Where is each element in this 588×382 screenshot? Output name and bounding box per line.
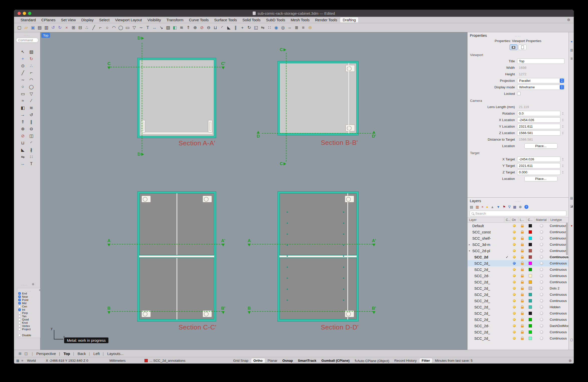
print-icon[interactable]: ▥ [43,24,50,31]
layer-row[interactable]: SCC_2d_ Continuous [468,266,568,273]
cplane-selector[interactable]: World [27,359,36,362]
layer-row[interactable]: SCC_2d_ Hidden [468,304,568,310]
layer-row[interactable]: SCC_2d- DashDotMoc [468,323,568,329]
status-toggle[interactable]: Planar [265,358,280,363]
mirror-icon[interactable]: ⇋ [259,24,266,31]
status-toggle[interactable]: Ortho [251,358,265,363]
menu-item[interactable]: Viewport Layout [112,17,144,23]
section-marker[interactable]: C [107,61,110,69]
layer-row[interactable]: SCC_const Continuous [468,229,568,235]
layer-color-swatch[interactable] [526,299,534,302]
layer-linetype[interactable]: Continuous [549,268,568,271]
place-camera-button[interactable]: Place... [524,143,557,149]
layer-lock-toggle[interactable] [518,287,526,290]
join-icon[interactable]: ⊔ [212,24,219,31]
options-icon[interactable]: ⊛ [307,24,313,31]
osnap-checkbox[interactable] [18,308,21,311]
section-line-aa[interactable] [112,244,223,244]
osnap-checkbox[interactable] [18,315,21,317]
layer-lock-toggle[interactable] [518,318,526,321]
layer-lock-toggle[interactable] [518,331,526,334]
layer-material[interactable] [534,312,549,315]
material-tab-icon[interactable]: ◪ [569,204,574,208]
points-on-icon[interactable]: ∴ [28,62,35,69]
layer-on-toggle[interactable] [510,331,518,333]
leader-icon[interactable]: ↘ [158,24,165,31]
layer-on-toggle[interactable] [510,337,518,340]
display-tab-icon[interactable]: ▥ [569,48,574,52]
layer-color-swatch[interactable] [526,268,534,271]
z-target-input[interactable]: 0.000 [517,170,560,175]
point-icon[interactable]: ∴ [84,24,90,31]
polygon-icon[interactable]: ▽ [131,24,137,31]
section-marker[interactable]: D [137,152,144,157]
units-indicator[interactable]: Millimeters [109,359,139,362]
section-aa-drawing[interactable] [137,58,216,138]
annotation-icon[interactable]: T [28,160,35,167]
gear-icon[interactable]: ⊛ [568,358,572,363]
single-pane-icon[interactable]: ◫ [23,351,29,355]
stepper-icon[interactable] [561,111,564,116]
layer-lock-toggle[interactable] [518,281,526,284]
osnap-checkbox[interactable] [18,318,21,321]
arc-icon[interactable]: ◠ [111,24,117,31]
layer-row[interactable]: ▾SCC_2d-pl Continuous [468,248,568,254]
layer-linetype[interactable]: Continuous [549,280,568,284]
osnap-checkbox[interactable] [18,321,21,324]
array-tool-icon[interactable]: ∷ [28,153,35,160]
layer-lock-toggle[interactable] [518,262,526,265]
notes-tab-icon[interactable]: ▢ [569,338,574,341]
osnap-disable-checkbox[interactable] [18,334,21,336]
layer-color-swatch[interactable] [526,305,534,309]
status-toggle[interactable]: Filter [419,358,432,363]
layer-row[interactable]: SCC_2d_ Continuous [468,279,568,285]
layer-material[interactable] [534,287,549,290]
line-tool-icon[interactable]: ╱ [19,69,27,76]
dimension-tool-icon[interactable]: ↔ [19,160,27,167]
layer-lock-toggle[interactable] [518,337,526,340]
gear-icon[interactable]: ⊛ [567,18,570,22]
stepper-icon[interactable] [561,124,564,129]
layer-linetype[interactable]: Continuous [549,224,568,228]
layers-tab-icon[interactable]: ≣ [569,57,574,60]
z-location-input[interactable]: 1566.581 [517,130,560,136]
layer-color-swatch[interactable] [526,274,534,277]
layer-linetype[interactable]: Continuous [549,243,568,246]
place-target-button[interactable]: Place... [524,176,557,181]
viewport-tab[interactable]: Top [60,351,74,356]
section-marker[interactable]: A' [221,238,225,246]
new-layer-icon[interactable]: ▤ [470,205,473,209]
layer-lock-toggle[interactable] [518,268,526,271]
delete-icon[interactable]: × [63,24,70,31]
dimension-icon[interactable]: ↔ [151,24,158,31]
offset-icon[interactable]: ∥ [232,24,239,31]
layer-color-swatch[interactable] [526,293,534,296]
save-icon[interactable]: ▣ [30,24,36,31]
boxedit-tab-icon[interactable]: ▤ [569,196,574,200]
menu-item[interactable]: Render Tools [313,17,340,23]
menu-item[interactable]: Set View [59,17,78,23]
osnap-checkbox[interactable] [18,312,21,314]
layer-linetype[interactable]: Continuous [549,274,568,278]
menu-item[interactable]: Select [97,17,112,23]
layer-material[interactable] [534,224,549,227]
layer-material[interactable] [534,324,549,327]
layer-material[interactable] [534,293,549,296]
viewport-tab[interactable]: Left [90,351,103,356]
layer-on-toggle[interactable] [510,237,518,240]
section-line-dd[interactable] [142,43,142,154]
undo-icon[interactable]: ↺ [50,24,56,31]
layer-linetype[interactable]: Continuous [549,311,568,315]
layer-tools-icon[interactable]: ⊛ [519,205,522,209]
control-points-icon[interactable]: ⊙ [19,62,27,69]
layer-row[interactable]: Default Continuous [468,223,568,229]
layer-material[interactable] [534,268,549,271]
zoom-icon[interactable]: ◎ [280,24,286,31]
layer-linetype[interactable]: Continuous [549,336,568,340]
menu-item[interactable]: Visibility [145,17,164,23]
layer-material[interactable] [534,337,549,340]
layer-material[interactable] [534,305,549,309]
layer-color-swatch[interactable] [526,237,534,240]
new-file-icon[interactable]: ▢ [16,24,23,31]
status-toggle[interactable]: ↻Auto CPlane (Object) [352,358,392,363]
